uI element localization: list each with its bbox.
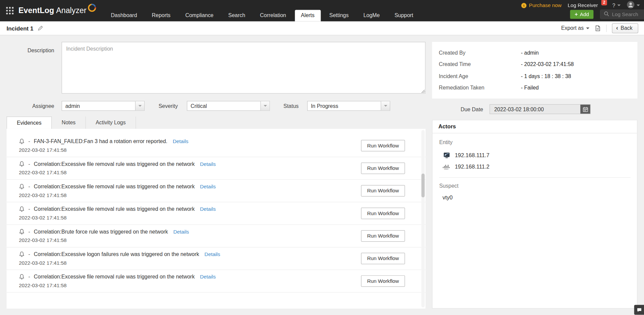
apps-grid-icon[interactable] — [6, 7, 13, 14]
nav-item-search[interactable]: Search — [222, 10, 251, 21]
details-link[interactable]: Details — [205, 251, 220, 257]
back-button[interactable]: ‹ Back — [612, 23, 638, 33]
separator: - — [28, 229, 30, 235]
run-workflow-button[interactable]: Run Workflow — [361, 208, 405, 219]
details-link[interactable]: Details — [200, 206, 216, 212]
detail-value: - admin — [521, 50, 539, 56]
caret-down-icon — [586, 27, 589, 29]
entity-list: cisco 192.168.111.7 — [439, 149, 630, 173]
evidence-row: - Correlation:Excessive logon failures r… — [7, 247, 426, 270]
due-date-input[interactable]: 2022-03-02 18:00:00 — [490, 104, 591, 114]
user-menu[interactable] — [627, 1, 640, 10]
user-avatar-icon — [627, 1, 635, 10]
evidence-row: - Correlation:Brute force rule was trigg… — [7, 225, 426, 247]
due-date-label: Due Date — [432, 106, 490, 112]
scrollbar-track[interactable] — [422, 130, 425, 307]
run-workflow-button[interactable]: Run Workflow — [361, 140, 405, 151]
tab-evidences[interactable]: Evidences — [7, 117, 52, 129]
logo-swoosh-icon — [88, 3, 97, 15]
details-link[interactable]: Details — [200, 184, 216, 189]
chevron-left-icon: ‹ — [616, 25, 618, 30]
purchase-now-link[interactable]: $ Purchase now — [521, 2, 561, 8]
nav-item-correlation[interactable]: Correlation — [254, 10, 292, 21]
suspect-list: vty0 — [439, 193, 630, 202]
nav-item-dashboard[interactable]: Dashboard — [105, 10, 143, 21]
entity-label: Entity — [439, 139, 630, 145]
detail-row: Incident Age - 1 days : 18 : 38 : 38 — [439, 70, 631, 82]
run-workflow-button[interactable]: Run Workflow — [361, 185, 405, 196]
nav-item-compliance[interactable]: Compliance — [179, 10, 220, 21]
detail-label: Remediation Taken — [439, 85, 521, 91]
plus-icon: + — [575, 12, 578, 16]
entity-row[interactable]: cisco 192.168.111.7 — [439, 149, 630, 162]
run-workflow-button[interactable]: Run Workflow — [361, 275, 405, 287]
detail-value: - 2022-03-02 17:41:58 — [521, 61, 574, 67]
app-logo[interactable]: EventLog Analyzer — [18, 5, 97, 17]
log-receiver-link[interactable]: Log Receiver 2 — [568, 2, 606, 8]
bell-icon — [19, 251, 24, 257]
evidence-timestamp: 2022-03-02 17:41:58 — [19, 170, 361, 176]
evidence-panel: - FAN-3-FAN_FAILED:Fan 3 had a rotation … — [7, 129, 426, 308]
add-button[interactable]: + Add — [570, 10, 594, 19]
detail-row: Created By - admin — [439, 47, 631, 59]
nav-item-logme[interactable]: LogMe — [357, 10, 386, 21]
evidence-timestamp: 2022-03-02 17:41:58 — [19, 192, 361, 198]
evidence-list: - FAN-3-FAN_FAILED:Fan 3 had a rotation … — [7, 129, 426, 293]
export-file-icon[interactable] — [595, 25, 601, 32]
calendar-icon[interactable] — [581, 105, 590, 114]
bell-icon — [19, 229, 24, 235]
search-icon — [604, 11, 609, 18]
assignee-select[interactable]: admin — [62, 101, 145, 111]
evidence-row: - Correlation:Excessive file removal rul… — [7, 202, 426, 225]
description-textarea[interactable] — [62, 42, 426, 93]
nav-item-support[interactable]: Support — [388, 10, 420, 21]
logo-text-secondary: Analyzer — [56, 6, 87, 15]
tab-activity-logs[interactable]: Activity Logs — [86, 117, 136, 129]
run-workflow-button[interactable]: Run Workflow — [361, 163, 405, 174]
evidence-row: - FAN-3-FAN_FAILED:Fan 3 had a rotation … — [7, 135, 426, 157]
detail-row: Remediation Taken - Failed — [439, 82, 631, 93]
suspect-item: vty0 — [439, 193, 630, 202]
topbar-actions: + Add Log Search — [570, 9, 644, 19]
log-search-button[interactable]: Log Search — [600, 9, 644, 19]
separator: - — [28, 206, 30, 212]
page-header: Incident 1 Export as ‹ Ba — [0, 21, 644, 36]
caret-down-icon — [637, 4, 640, 6]
evidence-timestamp: 2022-03-02 17:41:58 — [19, 260, 361, 266]
evidence-timestamp: 2022-03-02 17:41:58 — [19, 215, 361, 221]
run-workflow-button[interactable]: Run Workflow — [361, 230, 405, 242]
feedback-chat-icon[interactable] — [634, 305, 644, 315]
status-label: Status — [270, 103, 307, 109]
entity-row[interactable]: cisco 192.168.111.2 — [439, 161, 630, 172]
cisco-icon: cisco — [442, 164, 450, 170]
detail-label: Incident Age — [439, 73, 521, 79]
evidence-timestamp: 2022-03-02 17:41:58 — [19, 283, 361, 289]
topbar-meta: $ Purchase now Log Receiver 2 ? — [521, 2, 640, 9]
scrollbar-thumb[interactable] — [422, 174, 425, 197]
nav-item-alerts[interactable]: Alerts — [295, 10, 321, 21]
detail-label: Created Time — [439, 61, 521, 67]
details-link[interactable]: Details — [200, 274, 216, 279]
device-icon — [442, 152, 450, 159]
tab-notes[interactable]: Notes — [52, 117, 86, 129]
details-link[interactable]: Details — [173, 229, 189, 235]
nav-item-reports[interactable]: Reports — [146, 10, 176, 21]
severity-select[interactable]: Critical — [187, 101, 270, 111]
separator: - — [28, 183, 30, 189]
details-link[interactable]: Details — [173, 138, 189, 144]
entity-name: 192.168.111.2 — [455, 164, 489, 170]
separator: - — [28, 274, 30, 280]
bell-icon — [19, 206, 24, 212]
caret-down-icon — [135, 101, 144, 110]
run-workflow-button[interactable]: Run Workflow — [361, 253, 405, 264]
details-link[interactable]: Details — [200, 161, 216, 167]
edit-pencil-icon[interactable] — [38, 25, 43, 31]
status-select[interactable]: In Progress — [307, 101, 390, 111]
help-menu[interactable]: ? — [612, 2, 621, 8]
export-as-menu[interactable]: Export as — [561, 25, 589, 31]
topbar: EventLog Analyzer DashboardReportsCompli… — [0, 0, 644, 21]
due-date-row: Due Date 2022-03-02 18:00:00 — [432, 104, 638, 114]
nav-item-settings[interactable]: Settings — [323, 10, 355, 21]
actors-title: Actors — [433, 120, 637, 133]
incident-meta-column: Created By - admin Created Time - 2022-0… — [432, 42, 638, 309]
